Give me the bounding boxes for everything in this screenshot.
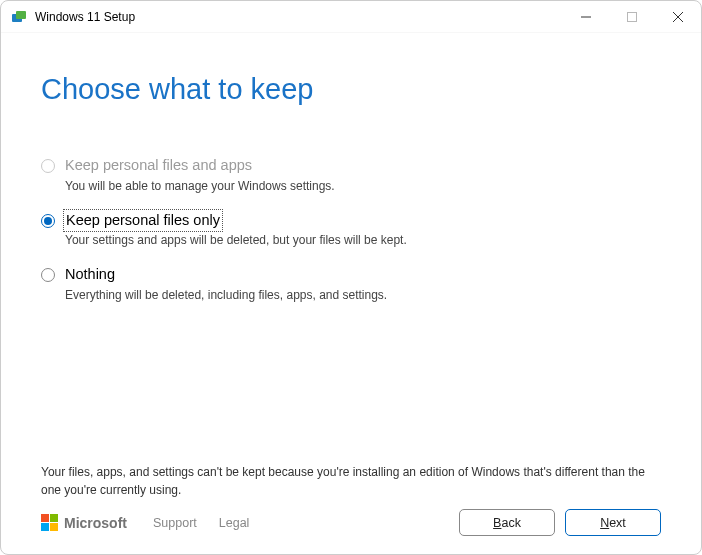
option-description: Everything will be deleted, including fi… — [65, 288, 387, 302]
app-icon — [11, 9, 27, 25]
radio-icon — [41, 214, 55, 228]
footer-row: Microsoft Support Legal Back Next — [41, 509, 661, 536]
window-controls — [563, 1, 701, 32]
microsoft-logo-icon — [41, 514, 58, 531]
option-label: Nothing — [65, 265, 387, 285]
back-button[interactable]: Back — [459, 509, 555, 536]
maximize-button[interactable] — [609, 1, 655, 33]
option-body: Nothing Everything will be deleted, incl… — [65, 265, 387, 302]
radio-icon — [41, 159, 55, 173]
options-group: Keep personal files and apps You will be… — [41, 156, 661, 302]
page-title: Choose what to keep — [41, 73, 661, 106]
microsoft-logo: Microsoft — [41, 514, 127, 531]
back-button-rest: ack — [501, 516, 520, 530]
legal-link[interactable]: Legal — [219, 516, 250, 530]
footer-links: Support Legal — [153, 516, 249, 530]
radio-icon — [41, 268, 55, 282]
option-label: Keep personal files only — [65, 211, 221, 231]
content-area: Choose what to keep Keep personal files … — [1, 33, 701, 464]
close-button[interactable] — [655, 1, 701, 33]
option-description: Your settings and apps will be deleted, … — [65, 233, 407, 247]
svg-rect-1 — [16, 11, 26, 19]
svg-rect-3 — [628, 13, 637, 22]
option-keep-files-and-apps: Keep personal files and apps You will be… — [41, 156, 661, 193]
microsoft-brand-text: Microsoft — [64, 515, 127, 531]
option-keep-files-only[interactable]: Keep personal files only Your settings a… — [41, 211, 661, 248]
next-button[interactable]: Next — [565, 509, 661, 536]
option-description: You will be able to manage your Windows … — [65, 179, 335, 193]
titlebar: Windows 11 Setup — [1, 1, 701, 33]
option-body: Keep personal files only Your settings a… — [65, 211, 407, 248]
next-button-rest: ext — [609, 516, 626, 530]
option-body: Keep personal files and apps You will be… — [65, 156, 335, 193]
setup-window: Windows 11 Setup Choose what to keep — [0, 0, 702, 555]
nav-buttons: Back Next — [459, 509, 661, 536]
minimize-button[interactable] — [563, 1, 609, 33]
option-nothing[interactable]: Nothing Everything will be deleted, incl… — [41, 265, 661, 302]
footer: Your files, apps, and settings can't be … — [1, 464, 701, 554]
window-title: Windows 11 Setup — [35, 10, 563, 24]
warning-text: Your files, apps, and settings can't be … — [41, 464, 661, 499]
support-link[interactable]: Support — [153, 516, 197, 530]
option-label: Keep personal files and apps — [65, 156, 335, 176]
